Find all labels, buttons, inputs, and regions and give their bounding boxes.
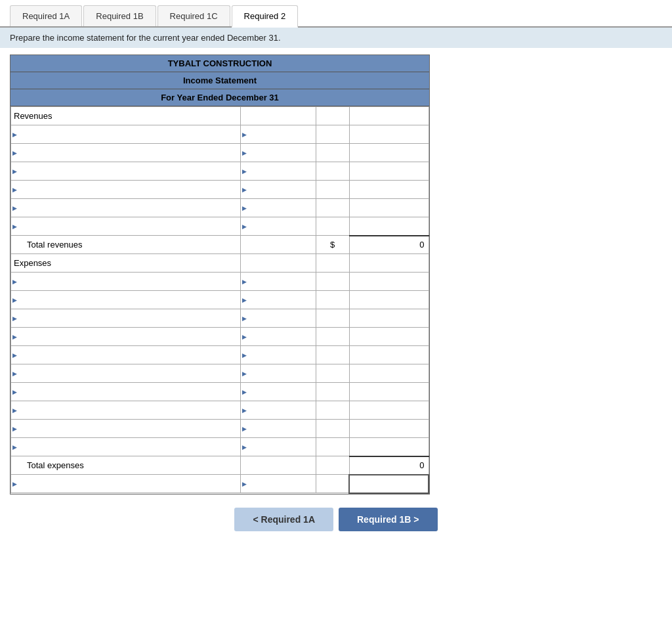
- expense-row-5-dollar: [316, 346, 349, 364]
- revenue-row-2-mid[interactable]: [241, 144, 316, 162]
- expense-row-6-label[interactable]: [11, 364, 241, 383]
- expense-row-10-label[interactable]: [11, 438, 241, 456]
- expense-row-9-value[interactable]: [349, 420, 429, 438]
- total-expenses-dollar: [316, 456, 349, 475]
- total-revenues-label: Total revenues: [11, 236, 241, 254]
- revenue-row-6-label[interactable]: [11, 217, 241, 236]
- expense-row-4-label[interactable]: [11, 328, 241, 346]
- revenues-mid-header: [241, 107, 316, 125]
- expense-row-5-mid[interactable]: [241, 346, 316, 364]
- expense-row-6-dollar: [316, 364, 349, 383]
- expenses-value-header: [349, 254, 429, 273]
- revenue-row-6-value[interactable]: [349, 217, 429, 236]
- prev-button[interactable]: < Required 1A: [234, 508, 333, 531]
- expense-row-7-value[interactable]: [349, 383, 429, 401]
- expense-row-10-value[interactable]: [349, 438, 429, 456]
- revenue-row-3-label[interactable]: [11, 162, 241, 181]
- revenue-row-4-value[interactable]: [349, 181, 429, 199]
- nav-buttons: < Required 1A Required 1B >: [10, 508, 662, 544]
- revenue-row-6-mid[interactable]: [241, 217, 316, 236]
- expense-row-3-dollar: [316, 309, 349, 328]
- company-name: TYBALT CONSTRUCTION: [10, 55, 429, 72]
- expense-row-9-mid[interactable]: [241, 420, 316, 438]
- expense-row-6-value[interactable]: [349, 364, 429, 383]
- table-row: [11, 346, 429, 364]
- expense-row-8-value[interactable]: [349, 401, 429, 420]
- revenue-row-1-dollar: [316, 125, 349, 144]
- expenses-mid-header: [241, 254, 316, 273]
- expense-row-2-label[interactable]: [11, 291, 241, 309]
- main-content: TYBALT CONSTRUCTION Income Statement For…: [0, 55, 672, 558]
- revenue-row-2-value[interactable]: [349, 144, 429, 162]
- revenue-row-3-dollar: [316, 162, 349, 181]
- expense-row-5-value[interactable]: [349, 346, 429, 364]
- net-income-value[interactable]: [349, 475, 429, 493]
- total-expenses-row: Total expenses 0: [11, 456, 429, 475]
- table-row: [11, 420, 429, 438]
- revenue-row-5-mid[interactable]: [241, 199, 316, 217]
- revenue-row-4-mid[interactable]: [241, 181, 316, 199]
- expense-row-6-mid[interactable]: [241, 364, 316, 383]
- table-row: [11, 364, 429, 383]
- expense-row-4-dollar: [316, 328, 349, 346]
- page-container: Required 1A Required 1B Required 1C Requ…: [0, 0, 672, 637]
- expenses-section-label: Expenses: [11, 254, 429, 273]
- total-revenues-row: Total revenues $ 0: [11, 236, 429, 254]
- revenue-row-1-label[interactable]: [11, 125, 241, 144]
- revenue-row-2-dollar: [316, 144, 349, 162]
- tab-required-2[interactable]: Required 2: [232, 5, 299, 28]
- net-income-label[interactable]: [11, 475, 241, 493]
- revenue-row-4-label[interactable]: [11, 181, 241, 199]
- table-row: [11, 401, 429, 420]
- tab-required-1c[interactable]: Required 1C: [158, 5, 230, 26]
- revenue-row-2-label[interactable]: [11, 144, 241, 162]
- expense-row-1-label[interactable]: [11, 273, 241, 291]
- expense-row-3-label[interactable]: [11, 309, 241, 328]
- total-expenses-value: 0: [349, 456, 429, 475]
- expense-row-7-dollar: [316, 383, 349, 401]
- net-income-mid[interactable]: [241, 475, 316, 493]
- revenue-row-5-value[interactable]: [349, 199, 429, 217]
- tab-required-1b[interactable]: Required 1B: [83, 5, 156, 26]
- statement-title: Income Statement: [10, 72, 429, 89]
- revenues-section-label: Revenues: [11, 107, 429, 125]
- total-revenues-dollar: $: [316, 236, 349, 254]
- expense-row-2-mid[interactable]: [241, 291, 316, 309]
- net-income-dollar: [316, 475, 349, 493]
- expense-row-8-dollar: [316, 401, 349, 420]
- statement-period: For Year Ended December 31: [10, 89, 429, 106]
- expense-row-1-value[interactable]: [349, 273, 429, 291]
- expense-row-9-label[interactable]: [11, 420, 241, 438]
- expense-row-3-mid[interactable]: [241, 309, 316, 328]
- expense-row-1-dollar: [316, 273, 349, 291]
- tab-required-1a[interactable]: Required 1A: [10, 5, 82, 26]
- expense-row-4-value[interactable]: [349, 328, 429, 346]
- table-row: [11, 144, 429, 162]
- revenue-row-1-mid[interactable]: [241, 125, 316, 144]
- instruction-bar: Prepare the income statement for the cur…: [0, 28, 672, 48]
- table-row: [11, 199, 429, 217]
- table-row: [11, 273, 429, 291]
- revenue-row-4-dollar: [316, 181, 349, 199]
- expense-row-4-mid[interactable]: [241, 328, 316, 346]
- revenue-row-3-mid[interactable]: [241, 162, 316, 181]
- expense-row-8-label[interactable]: [11, 401, 241, 420]
- total-revenues-mid: [241, 236, 316, 254]
- expense-row-1-mid[interactable]: [241, 273, 316, 291]
- revenue-row-1-value[interactable]: [349, 125, 429, 144]
- expense-row-3-value[interactable]: [349, 309, 429, 328]
- revenue-row-3-value[interactable]: [349, 162, 429, 181]
- expense-row-7-label[interactable]: [11, 383, 241, 401]
- expense-row-8-mid[interactable]: [241, 401, 316, 420]
- revenue-row-5-label[interactable]: [11, 199, 241, 217]
- next-button[interactable]: Required 1B >: [339, 508, 438, 531]
- table-row: [11, 125, 429, 144]
- expense-row-2-value[interactable]: [349, 291, 429, 309]
- table-row: [11, 291, 429, 309]
- table-row: [11, 328, 429, 346]
- table-row: [11, 309, 429, 328]
- revenues-value-header: [349, 107, 429, 125]
- expense-row-10-mid[interactable]: [241, 438, 316, 456]
- expense-row-7-mid[interactable]: [241, 383, 316, 401]
- expense-row-5-label[interactable]: [11, 346, 241, 364]
